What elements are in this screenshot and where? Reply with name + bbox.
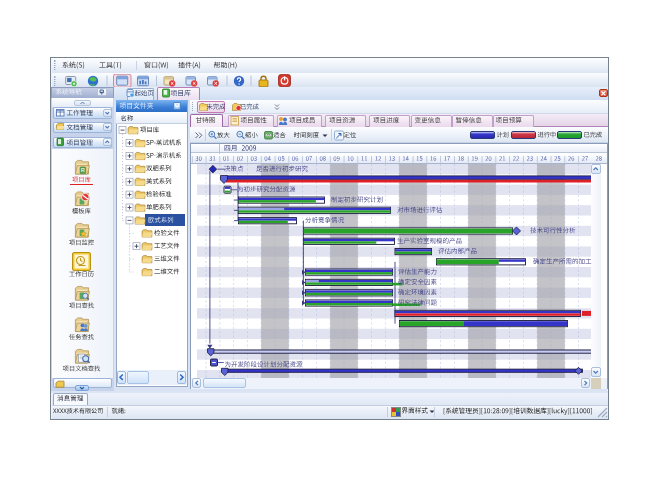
svg-text:R: R xyxy=(81,167,85,173)
